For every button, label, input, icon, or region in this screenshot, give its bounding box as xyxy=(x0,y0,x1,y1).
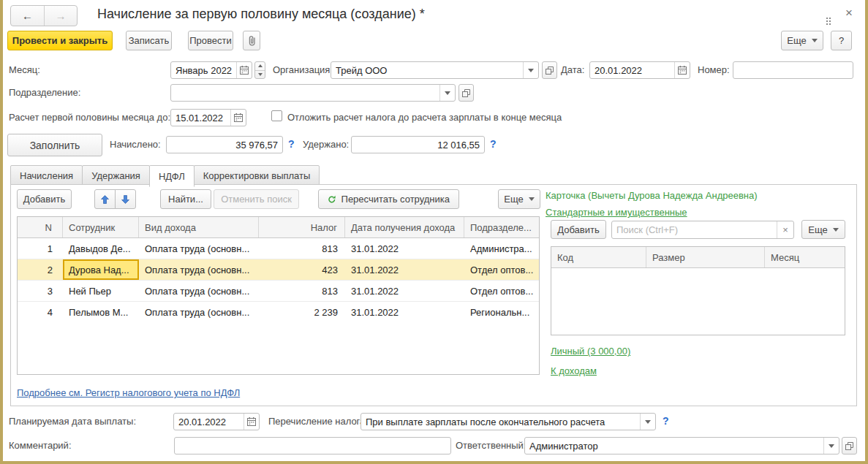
table-row-selected[interactable]: 2 Дурова Над... Оплата труда (основн... … xyxy=(18,259,539,281)
cell-tax[interactable]: 423 xyxy=(259,259,345,280)
ndfl-register-details-link[interactable]: Подробнее см. Регистр налогового учета п… xyxy=(17,387,240,398)
month-stepper-down[interactable] xyxy=(255,70,265,79)
grid-recalculate-button[interactable]: Пересчитать сотрудника xyxy=(318,189,459,209)
department-open-button[interactable] xyxy=(458,84,474,102)
cell-department[interactable]: Администра... xyxy=(464,238,539,259)
half-month-calc-input[interactable] xyxy=(171,110,230,126)
standard-property-deductions-link[interactable]: Стандартные и имущественные xyxy=(546,207,687,218)
cell-income-date[interactable]: 31.01.2022 xyxy=(345,302,464,323)
number-input[interactable] xyxy=(733,62,853,78)
grid-add-button[interactable]: Добавить xyxy=(17,189,72,209)
withheld-input[interactable] xyxy=(352,137,484,153)
cell-income-type[interactable]: Оплата труда (основн... xyxy=(139,238,259,259)
deductions-empty-body[interactable] xyxy=(551,268,845,335)
grid-cancel-search-button[interactable]: Отменить поиск xyxy=(214,189,299,209)
comment-input[interactable] xyxy=(175,438,450,454)
move-down-button[interactable] xyxy=(115,189,136,209)
withheld-help-icon[interactable]: ? xyxy=(490,138,497,150)
forward-button[interactable]: → xyxy=(44,6,77,26)
month-stepper-up[interactable] xyxy=(255,62,265,70)
month-calendar-button[interactable] xyxy=(236,62,252,78)
cell-employee[interactable]: Ней Пьер xyxy=(63,281,139,301)
responsible-dropdown-button[interactable] xyxy=(823,438,839,454)
cell-income-type[interactable]: Оплата труда (основн... xyxy=(139,259,259,280)
tax-transfer-help-icon[interactable]: ? xyxy=(663,415,669,427)
department-dropdown-button[interactable] xyxy=(439,85,455,101)
deductions-more-button[interactable]: Еще xyxy=(801,220,845,239)
comment-label: Комментарий: xyxy=(9,440,72,451)
save-button[interactable]: Записать xyxy=(126,31,172,50)
cell-tax[interactable]: 2 239 xyxy=(259,302,345,323)
cell-department[interactable]: Региональн... xyxy=(464,302,539,323)
table-row[interactable]: 1 Давыдов Де... Оплата труда (основн... … xyxy=(18,238,539,259)
responsible-input[interactable] xyxy=(525,438,823,454)
number-field xyxy=(733,61,853,79)
number-label: Номер: xyxy=(698,64,730,75)
post-button[interactable]: Провести xyxy=(188,31,233,50)
personal-deduction-link[interactable]: Личный (3 000,00) xyxy=(551,346,630,357)
defer-tax-checkbox[interactable] xyxy=(271,110,282,121)
back-arrow-icon: ← xyxy=(22,9,33,22)
grid-find-button[interactable]: Найти... xyxy=(160,189,211,209)
chevron-down-icon xyxy=(833,228,839,232)
cell-department[interactable]: Отдел оптов... xyxy=(464,281,539,301)
post-and-close-button[interactable]: Провести и закрыть xyxy=(7,31,113,50)
table-row[interactable]: 3 Ней Пьер Оплата труда (основн... 813 3… xyxy=(18,281,539,302)
cell-n[interactable]: 3 xyxy=(18,281,63,301)
cell-employee[interactable]: Пелымов М... xyxy=(63,302,139,323)
cell-n[interactable]: 1 xyxy=(18,238,63,259)
half-month-calendar-button[interactable] xyxy=(230,110,246,126)
attachments-button[interactable] xyxy=(243,31,260,50)
cell-n[interactable]: 4 xyxy=(18,302,63,323)
organization-dropdown-button[interactable] xyxy=(523,62,538,78)
date-calendar-button[interactable] xyxy=(674,62,690,78)
organization-input[interactable] xyxy=(331,62,523,78)
planned-payout-date-input[interactable] xyxy=(174,414,244,430)
cell-employee[interactable]: Давыдов Де... xyxy=(63,238,139,259)
accrued-help-icon[interactable]: ? xyxy=(288,138,295,150)
cell-tax[interactable]: 813 xyxy=(259,238,345,259)
fill-button[interactable]: Заполнить xyxy=(7,134,102,156)
accrued-input[interactable] xyxy=(167,137,282,153)
cell-department[interactable]: Отдел оптов... xyxy=(464,259,539,280)
stepper-up-icon xyxy=(258,64,263,67)
cell-employee-focused[interactable]: Дурова Над... xyxy=(63,259,139,280)
cell-income-date[interactable]: 31.01.2022 xyxy=(345,238,464,259)
tab-ndfl[interactable]: НДФЛ xyxy=(149,165,195,187)
back-button[interactable]: ← xyxy=(11,6,44,26)
calendar-icon xyxy=(234,113,243,122)
help-button[interactable]: ? xyxy=(831,31,852,50)
cell-income-type[interactable]: Оплата труда (основн... xyxy=(139,281,259,301)
tab-deductions[interactable]: Удержания xyxy=(82,165,150,186)
tab-payout-corrections[interactable]: Корректировки выплаты xyxy=(194,165,320,186)
form-more-button[interactable]: Еще xyxy=(781,31,823,50)
organization-open-button[interactable] xyxy=(542,61,557,79)
half-month-calc-label: Расчет первой половины месяца до: xyxy=(9,112,170,123)
grid-more-button[interactable]: Еще xyxy=(498,189,540,209)
to-incomes-link[interactable]: К доходам xyxy=(551,365,597,376)
cell-income-date[interactable]: 31.01.2022 xyxy=(345,259,464,280)
responsible-open-button[interactable] xyxy=(842,437,857,455)
cell-income-type[interactable]: Оплата труда (основн... xyxy=(139,302,259,323)
deductions-search-input[interactable] xyxy=(612,221,777,238)
move-up-button[interactable] xyxy=(94,189,116,209)
cell-n[interactable]: 2 xyxy=(18,259,63,280)
month-input[interactable] xyxy=(171,62,236,78)
planned-date-calendar-button[interactable] xyxy=(244,414,259,430)
clear-search-button[interactable]: × xyxy=(777,221,793,238)
table-row[interactable]: 4 Пелымов М... Оплата труда (основн... 2… xyxy=(18,302,539,323)
date-input[interactable] xyxy=(590,62,674,78)
calendar-icon xyxy=(678,66,687,75)
deductions-add-button[interactable]: Добавить xyxy=(551,220,606,239)
chevron-down-icon xyxy=(645,420,651,424)
tax-transfer-dropdown-button[interactable] xyxy=(640,414,655,430)
open-value-icon xyxy=(546,66,554,75)
cell-tax[interactable]: 813 xyxy=(259,281,345,301)
tax-transfer-input[interactable] xyxy=(361,414,640,430)
close-button[interactable]: × xyxy=(842,4,856,22)
tab-accruals[interactable]: Начисления xyxy=(10,165,83,186)
cell-income-date[interactable]: 31.01.2022 xyxy=(345,281,464,301)
window-menu-button[interactable] xyxy=(823,9,831,23)
department-input[interactable] xyxy=(171,85,439,101)
window-border-bottom xyxy=(0,461,868,464)
